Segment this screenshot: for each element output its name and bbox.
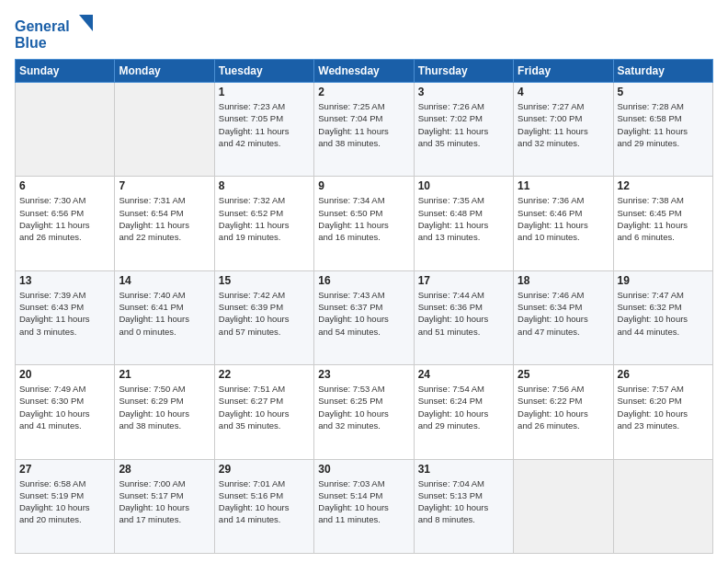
day-number: 26 [618,368,709,381]
calendar-cell [115,83,214,177]
day-info: Sunrise: 7:03 AM Sunset: 5:14 PM Dayligh… [318,477,409,526]
day-info: Sunrise: 7:04 AM Sunset: 5:13 PM Dayligh… [418,477,509,526]
day-info: Sunrise: 7:28 AM Sunset: 6:58 PM Dayligh… [618,100,709,149]
calendar-week-2: 13Sunrise: 7:39 AM Sunset: 6:43 PM Dayli… [16,270,713,364]
day-number: 27 [19,463,110,476]
day-number: 18 [518,274,609,287]
calendar-cell: 20Sunrise: 7:49 AM Sunset: 6:30 PM Dayli… [16,365,115,459]
day-info: Sunrise: 7:39 AM Sunset: 6:43 PM Dayligh… [19,289,110,338]
day-info: Sunrise: 7:49 AM Sunset: 6:30 PM Dayligh… [19,383,110,431]
day-info: Sunrise: 7:50 AM Sunset: 6:29 PM Dayligh… [119,383,210,431]
day-info: Sunrise: 7:23 AM Sunset: 7:05 PM Dayligh… [219,100,310,149]
day-number: 3 [418,86,509,98]
calendar-cell: 30Sunrise: 7:03 AM Sunset: 5:14 PM Dayli… [314,459,414,553]
calendar-cell: 22Sunrise: 7:51 AM Sunset: 6:27 PM Dayli… [214,365,313,459]
calendar-cell [514,459,613,553]
day-info: Sunrise: 7:26 AM Sunset: 7:02 PM Dayligh… [418,100,509,149]
day-info: Sunrise: 7:34 AM Sunset: 6:50 PM Dayligh… [318,194,409,243]
calendar-cell: 7Sunrise: 7:31 AM Sunset: 6:54 PM Daylig… [115,177,214,270]
day-info: Sunrise: 7:40 AM Sunset: 6:41 PM Dayligh… [119,289,210,338]
weekday-header-wednesday: Wednesday [314,60,414,83]
page: GeneralBlue SundayMondayTuesdayWednesday… [0,0,728,563]
day-number: 24 [418,368,509,381]
day-info: Sunrise: 7:51 AM Sunset: 6:27 PM Dayligh… [219,383,310,431]
logo: GeneralBlue [15,15,97,52]
day-info: Sunrise: 7:32 AM Sunset: 6:52 PM Dayligh… [219,194,310,243]
day-number: 22 [219,368,310,381]
calendar-cell [16,83,115,177]
calendar-cell: 28Sunrise: 7:00 AM Sunset: 5:17 PM Dayli… [115,459,214,553]
day-number: 5 [618,86,709,98]
day-info: Sunrise: 7:47 AM Sunset: 6:32 PM Dayligh… [618,289,709,338]
day-number: 19 [618,274,709,287]
calendar-body: 1Sunrise: 7:23 AM Sunset: 7:05 PM Daylig… [16,83,713,554]
day-info: Sunrise: 7:30 AM Sunset: 6:56 PM Dayligh… [19,194,110,243]
day-number: 6 [19,179,110,192]
day-number: 9 [318,179,409,192]
calendar-week-1: 6Sunrise: 7:30 AM Sunset: 6:56 PM Daylig… [16,177,713,270]
day-info: Sunrise: 7:43 AM Sunset: 6:37 PM Dayligh… [318,289,409,338]
day-number: 12 [618,179,709,192]
day-number: 13 [19,274,110,287]
day-info: Sunrise: 7:27 AM Sunset: 7:00 PM Dayligh… [518,100,609,149]
day-info: Sunrise: 7:44 AM Sunset: 6:36 PM Dayligh… [418,289,509,338]
calendar-cell: 11Sunrise: 7:36 AM Sunset: 6:46 PM Dayli… [514,177,613,270]
calendar-cell: 10Sunrise: 7:35 AM Sunset: 6:48 PM Dayli… [414,177,513,270]
calendar-cell: 25Sunrise: 7:56 AM Sunset: 6:22 PM Dayli… [514,365,613,459]
day-info: Sunrise: 7:53 AM Sunset: 6:25 PM Dayligh… [318,383,409,431]
day-number: 29 [219,463,310,476]
calendar-cell: 8Sunrise: 7:32 AM Sunset: 6:52 PM Daylig… [214,177,313,270]
day-number: 2 [318,86,409,98]
calendar-cell: 15Sunrise: 7:42 AM Sunset: 6:39 PM Dayli… [214,270,313,364]
calendar-cell [613,459,712,553]
weekday-header-tuesday: Tuesday [214,60,313,83]
weekday-header-monday: Monday [115,60,214,83]
calendar-cell: 16Sunrise: 7:43 AM Sunset: 6:37 PM Dayli… [314,270,414,364]
calendar-cell: 2Sunrise: 7:25 AM Sunset: 7:04 PM Daylig… [314,83,414,177]
header: GeneralBlue [15,15,713,52]
day-info: Sunrise: 7:25 AM Sunset: 7:04 PM Dayligh… [318,100,409,149]
day-number: 15 [219,274,310,287]
day-number: 4 [518,86,609,98]
day-number: 14 [119,274,210,287]
calendar-cell: 3Sunrise: 7:26 AM Sunset: 7:02 PM Daylig… [414,83,513,177]
svg-text:General: General [15,18,70,34]
weekday-header-row: SundayMondayTuesdayWednesdayThursdayFrid… [16,60,713,83]
calendar-cell: 26Sunrise: 7:57 AM Sunset: 6:20 PM Dayli… [613,365,712,459]
day-info: Sunrise: 7:42 AM Sunset: 6:39 PM Dayligh… [219,289,310,338]
calendar-cell: 4Sunrise: 7:27 AM Sunset: 7:00 PM Daylig… [514,83,613,177]
calendar-cell: 14Sunrise: 7:40 AM Sunset: 6:41 PM Dayli… [115,270,214,364]
day-number: 21 [119,368,210,381]
calendar-table: SundayMondayTuesdayWednesdayThursdayFrid… [15,59,713,554]
svg-marker-2 [79,15,93,31]
calendar-cell: 27Sunrise: 6:58 AM Sunset: 5:19 PM Dayli… [16,459,115,553]
day-number: 1 [219,86,310,98]
day-number: 10 [418,179,509,192]
svg-text:Blue: Blue [15,35,47,51]
weekday-header-sunday: Sunday [16,60,115,83]
day-number: 31 [418,463,509,476]
day-number: 25 [518,368,609,381]
day-info: Sunrise: 7:31 AM Sunset: 6:54 PM Dayligh… [119,194,210,243]
calendar-cell: 24Sunrise: 7:54 AM Sunset: 6:24 PM Dayli… [414,365,513,459]
day-number: 17 [418,274,509,287]
day-number: 11 [518,179,609,192]
day-info: Sunrise: 7:46 AM Sunset: 6:34 PM Dayligh… [518,289,609,338]
day-info: Sunrise: 7:01 AM Sunset: 5:16 PM Dayligh… [219,477,310,526]
day-info: Sunrise: 6:58 AM Sunset: 5:19 PM Dayligh… [19,477,110,526]
calendar-cell: 13Sunrise: 7:39 AM Sunset: 6:43 PM Dayli… [16,270,115,364]
day-number: 20 [19,368,110,381]
calendar-cell: 5Sunrise: 7:28 AM Sunset: 6:58 PM Daylig… [613,83,712,177]
weekday-header-thursday: Thursday [414,60,513,83]
weekday-header-saturday: Saturday [613,60,712,83]
day-number: 8 [219,179,310,192]
day-info: Sunrise: 7:36 AM Sunset: 6:46 PM Dayligh… [518,194,609,243]
calendar-header: SundayMondayTuesdayWednesdayThursdayFrid… [16,60,713,83]
day-number: 16 [318,274,409,287]
day-info: Sunrise: 7:35 AM Sunset: 6:48 PM Dayligh… [418,194,509,243]
day-info: Sunrise: 7:56 AM Sunset: 6:22 PM Dayligh… [518,383,609,431]
calendar-cell: 29Sunrise: 7:01 AM Sunset: 5:16 PM Dayli… [214,459,313,553]
calendar-week-3: 20Sunrise: 7:49 AM Sunset: 6:30 PM Dayli… [16,365,713,459]
calendar-week-4: 27Sunrise: 6:58 AM Sunset: 5:19 PM Dayli… [16,459,713,553]
day-number: 30 [318,463,409,476]
